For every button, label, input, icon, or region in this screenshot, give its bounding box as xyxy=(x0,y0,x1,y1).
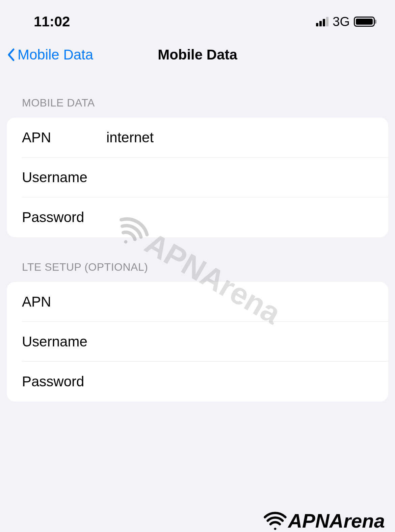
input-lte-apn[interactable] xyxy=(106,294,373,310)
row-lte-username[interactable]: Username xyxy=(7,322,388,362)
input-username[interactable] xyxy=(106,169,373,186)
label-apn: APN xyxy=(22,129,106,146)
navigation-bar: Mobile Data Mobile Data xyxy=(0,37,395,73)
battery-icon xyxy=(354,17,375,27)
row-username[interactable]: Username xyxy=(7,158,388,197)
back-label: Mobile Data xyxy=(18,47,93,63)
settings-group-mobile-data: APN Username Password xyxy=(7,118,388,237)
label-lte-password: Password xyxy=(22,373,106,390)
input-password[interactable] xyxy=(106,209,373,225)
wifi-icon xyxy=(263,511,287,530)
status-right: 3G xyxy=(316,15,375,29)
row-lte-password[interactable]: Password xyxy=(7,362,388,402)
back-button[interactable]: Mobile Data xyxy=(7,47,93,63)
row-lte-apn[interactable]: APN xyxy=(7,282,388,322)
status-time: 11:02 xyxy=(34,14,70,30)
status-bar: 11:02 3G xyxy=(0,0,395,37)
page-title: Mobile Data xyxy=(158,47,237,63)
row-password[interactable]: Password xyxy=(7,197,388,237)
watermark-bottom: APNArena xyxy=(263,509,385,532)
network-type: 3G xyxy=(333,15,350,29)
label-lte-username: Username xyxy=(22,334,106,350)
settings-group-lte-setup: APN Username Password xyxy=(7,282,388,402)
label-password: Password xyxy=(22,209,106,225)
chevron-left-icon xyxy=(7,48,15,62)
label-lte-apn: APN xyxy=(22,294,106,310)
signal-strength-icon xyxy=(316,17,328,26)
content: MOBILE DATA APN Username Password LTE SE… xyxy=(0,73,395,402)
input-apn[interactable] xyxy=(106,129,373,146)
section-header-lte-setup: LTE SETUP (OPTIONAL) xyxy=(7,261,388,282)
section-header-mobile-data: MOBILE DATA xyxy=(7,97,388,118)
input-lte-password[interactable] xyxy=(106,373,373,390)
label-username: Username xyxy=(22,169,106,186)
row-apn[interactable]: APN xyxy=(7,118,388,158)
input-lte-username[interactable] xyxy=(106,334,373,350)
